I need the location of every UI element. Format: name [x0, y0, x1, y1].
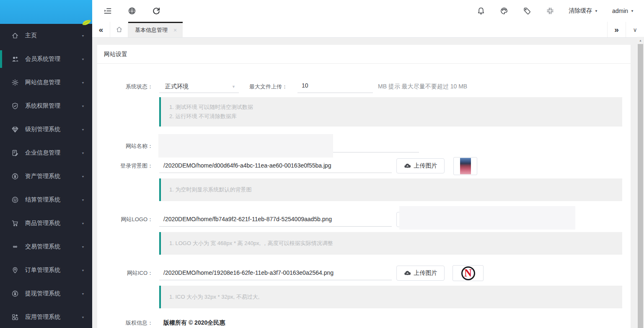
home-icon: [11, 32, 19, 40]
sidebar: 主页 ▼ 会员系统管理 ▼ 网站信息管理 ▼ 系统权限管理 ▼ 级别管理系统 ▼…: [0, 0, 92, 328]
apps-icon: [11, 313, 19, 321]
system-status-value: 正式环境: [165, 83, 189, 90]
max-upload-hint: MB 提示 最大尽量不要超过 10 MB: [378, 83, 467, 90]
yen-circle-icon: [11, 173, 19, 181]
login-bg-label: 登录背景图：: [104, 162, 153, 170]
sidebar-item-label: 结算管理系统: [25, 196, 60, 204]
login-bg-row: 登录背景图： /2020DEMO/home/d00d64f6-a4bc-11ea…: [104, 157, 631, 175]
sidebar-item-trades[interactable]: 交易管理系统 ▼: [0, 235, 92, 258]
menu-fold-icon[interactable]: [103, 7, 112, 15]
scrollbar-up-arrow-icon[interactable]: ▲: [637, 37, 644, 44]
max-upload-input[interactable]: 10: [297, 80, 373, 93]
tab-label: 基本信息管理: [135, 26, 168, 34]
login-bg-input[interactable]: /2020DEMO/home/d00d64f6-a4bc-11ea-ae60-0…: [159, 159, 392, 173]
palette-icon[interactable]: [499, 7, 508, 15]
tabs-menu-button[interactable]: ∨: [626, 22, 644, 37]
users-icon: [11, 55, 19, 63]
cloud-upload-icon: [404, 163, 411, 170]
chevron-down-icon: ▼: [81, 34, 85, 37]
redaction-box: [158, 134, 333, 158]
site-logo-note-line: 1. LOGO 大小为 宽 468px * 高 240px, ，高度可以根据实际…: [169, 239, 614, 248]
sidebar-item-withdrawals[interactable]: 提现管理系统 ▼: [0, 282, 92, 305]
tag-icon[interactable]: [522, 7, 531, 15]
site-ico-input[interactable]: /2020DEMO/home/19208e16-62fe-11eb-a3f7-0…: [159, 266, 392, 280]
upload-image-label: 上传图片: [414, 269, 437, 277]
sidebar-item-label: 系统权限管理: [25, 102, 60, 110]
site-ico-note-line: 1. ICO 大小为 32px * 32px, 不易过大,: [169, 292, 614, 302]
site-ico-note: 1. ICO 大小为 32px * 32px, 不易过大,: [159, 286, 622, 308]
cart-icon: [11, 220, 19, 227]
sidebar-item-levels[interactable]: 级别管理系统 ▼: [0, 118, 92, 141]
user-dropdown[interactable]: admin ▼: [612, 8, 634, 14]
chevron-down-icon: ▼: [81, 222, 85, 225]
sidebar-item-label: 资产管理系统: [25, 173, 60, 180]
system-status-select[interactable]: 正式环境 ▼: [159, 80, 239, 93]
sidebar-item-label: 会员系统管理: [25, 55, 60, 63]
smiley-icon: [11, 196, 19, 204]
login-bg-preview-image: [460, 158, 471, 174]
site-ico-preview-image: N: [461, 266, 475, 280]
sidebar-item-orders[interactable]: 订单管理系统 ▼: [0, 258, 92, 282]
gear-icon: [11, 79, 19, 87]
tabs-scroll-right-button[interactable]: »: [607, 22, 626, 37]
chevron-down-icon: ▼: [232, 85, 235, 89]
sidebar-item-label: 商品管理系统: [25, 220, 60, 227]
close-icon[interactable]: ×: [173, 27, 177, 34]
sidebar-item-label: 订单管理系统: [25, 266, 60, 274]
sidebar-item-site-info[interactable]: 网站信息管理 ▼: [0, 71, 92, 94]
clear-cache-dropdown[interactable]: 清除缓存 ▼: [569, 7, 598, 15]
status-note: 1. 测试环境 可以随时清空测试数据 2. 运行环境 不可清除数据库: [159, 97, 622, 127]
bell-icon[interactable]: [476, 7, 485, 15]
site-logo-label: 网站LOGO：: [104, 216, 153, 223]
login-bg-note-line: 1. 为空时则显示系统默认的背景图: [169, 185, 614, 194]
chevron-down-icon: ▼: [631, 9, 634, 13]
chevron-down-icon: ▼: [81, 57, 85, 61]
upload-image-button[interactable]: 上传图片: [396, 266, 445, 281]
map-pin-icon: [11, 266, 19, 274]
chevron-down-icon: ▼: [81, 245, 85, 248]
login-bg-thumbnail[interactable]: [453, 157, 477, 175]
sidebar-item-enterprise[interactable]: 企业信息管理 ▼: [0, 141, 92, 165]
sidebar-item-home[interactable]: 主页 ▼: [0, 24, 92, 47]
site-name-input[interactable]: [159, 140, 419, 152]
tab-basic-info[interactable]: 基本信息管理 ×: [128, 22, 183, 37]
chevron-down-icon: ▼: [81, 104, 85, 108]
upload-image-button[interactable]: 上传图片: [396, 158, 445, 173]
sidebar-item-settlement[interactable]: 结算管理系统 ▼: [0, 188, 92, 212]
sidebar-item-products[interactable]: 商品管理系统 ▼: [0, 212, 92, 235]
globe-icon[interactable]: [127, 7, 136, 15]
tabs-scroll-left-button[interactable]: «: [92, 22, 110, 37]
sidebar-item-assets[interactable]: 资产管理系统 ▼: [0, 165, 92, 188]
status-note-line: 1. 测试环境 可以随时清空测试数据: [169, 103, 614, 112]
scrollbar-thumb[interactable]: [638, 44, 643, 328]
fullscreen-icon[interactable]: [546, 7, 554, 15]
infinity-icon: [11, 243, 19, 251]
topbar-right: 清除缓存 ▼ admin ▼: [476, 7, 634, 15]
chevron-down-icon: ▼: [81, 81, 85, 84]
sidebar-item-label: 企业信息管理: [25, 149, 60, 157]
sidebar-item-members[interactable]: 会员系统管理 ▼: [0, 47, 92, 71]
chevron-down-icon: ▼: [81, 315, 85, 319]
site-logo-note: 1. LOGO 大小为 宽 468px * 高 240px, ，高度可以根据实际…: [159, 232, 622, 255]
diamond-icon: [11, 126, 19, 134]
tab-home[interactable]: [110, 22, 128, 37]
site-ico-row: 网站ICO： /2020DEMO/home/19208e16-62fe-11eb…: [104, 264, 631, 282]
vertical-scrollbar[interactable]: ▲: [637, 37, 644, 328]
site-name-row: 网站名称：: [104, 140, 631, 152]
chevron-down-icon: ▼: [81, 128, 85, 131]
sidebar-item-applications[interactable]: 应用管理系统 ▼: [0, 305, 92, 328]
system-status-label: 系统状态：: [104, 83, 153, 90]
sidebar-item-permissions[interactable]: 系统权限管理 ▼: [0, 94, 92, 118]
site-ico-thumbnail[interactable]: N: [453, 265, 484, 281]
sidebar-menu: 主页 ▼ 会员系统管理 ▼ 网站信息管理 ▼ 系统权限管理 ▼ 级别管理系统 ▼…: [0, 24, 92, 328]
refresh-icon[interactable]: [152, 7, 160, 15]
status-note-line: 2. 运行环境 不可清除数据库: [169, 112, 614, 121]
topbar: 清除缓存 ▼ admin ▼: [92, 0, 644, 22]
sidebar-item-label: 提现管理系统: [25, 290, 60, 297]
home-tab-icon: [116, 26, 123, 33]
settings-card: 网站设置 系统状态： 正式环境 ▼ 最大文件上传： 10 MB 提示 最大尽量不…: [97, 45, 631, 328]
site-logo-input[interactable]: /2020DEMO/home/fb74a9f2-621f-11eb-877d-5…: [159, 212, 392, 227]
sidebar-item-label: 级别管理系统: [25, 126, 60, 133]
brand-logo[interactable]: [0, 0, 92, 24]
copyright-label: 版权信息：: [104, 319, 153, 327]
